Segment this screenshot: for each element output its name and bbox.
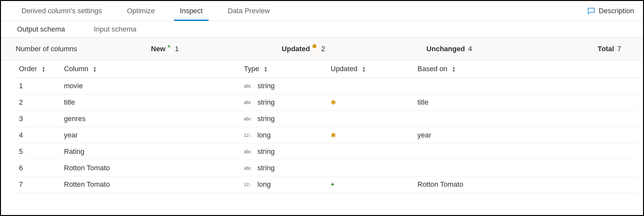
description-label: Description — [599, 7, 634, 15]
star-icon: ✱ — [312, 43, 317, 50]
col-header-column-label: Column — [64, 65, 88, 73]
tab-derived-settings[interactable]: Derived column's settings — [14, 1, 110, 21]
table-header-row: Order ▲▼ Column ▲▼ Type ▲▼ Updated ▲▼ — [16, 60, 639, 78]
table-row[interactable]: 6Rotton Tomatoabcstring — [16, 160, 639, 176]
table-row[interactable]: 4year12↓long✱year — [16, 127, 639, 144]
string-type-icon: abc — [244, 149, 253, 154]
col-header-updated[interactable]: Updated ▲▼ — [327, 60, 414, 78]
col-header-column[interactable]: Column ▲▼ — [61, 60, 241, 78]
col-header-basedon[interactable]: Based on ▲▼ — [414, 60, 639, 78]
cell-column: movie — [61, 78, 241, 94]
cell-order: 2 — [16, 94, 61, 111]
sort-icon: ▲▼ — [93, 66, 97, 72]
plus-icon: + — [167, 43, 170, 49]
cell-column: Rating — [61, 144, 241, 160]
string-type-icon: abc — [244, 83, 253, 89]
new-plus-icon: + — [331, 181, 335, 188]
summary-new-value: 1 — [175, 45, 179, 53]
col-header-order[interactable]: Order ▲▼ — [16, 60, 61, 78]
cell-basedon: year — [414, 127, 639, 144]
cell-updated — [327, 78, 414, 94]
cell-order: 1 — [16, 78, 61, 94]
cell-type-value: string — [257, 115, 275, 123]
inspect-panel: Derived column's settings Optimize Inspe… — [0, 0, 644, 216]
cell-type-value: string — [257, 164, 275, 172]
string-type-icon: abc — [244, 165, 253, 171]
table-row[interactable]: 5Ratingabcstring — [16, 144, 639, 160]
cell-type: abcstring — [241, 160, 327, 176]
cell-type: 12↓long — [241, 176, 327, 193]
table-row[interactable]: 2titleabcstring✱title — [16, 94, 639, 111]
cell-type: abcstring — [241, 111, 327, 127]
col-header-basedon-label: Based on — [417, 65, 447, 73]
cell-order: 6 — [16, 160, 61, 176]
cell-basedon — [414, 160, 639, 176]
subtab-output-schema[interactable]: Output schema — [14, 25, 68, 33]
schema-table: Order ▲▼ Column ▲▼ Type ▲▼ Updated ▲▼ — [16, 60, 639, 193]
cell-order: 5 — [16, 144, 61, 160]
summary-unchanged-value: 4 — [468, 45, 472, 53]
col-header-type-label: Type — [244, 65, 259, 73]
cell-type-value: long — [257, 180, 271, 189]
cell-column: genres — [61, 111, 241, 127]
summary-total-label: Total — [598, 45, 614, 53]
cell-updated — [327, 160, 414, 176]
cell-type-value: long — [257, 131, 271, 139]
summary-total-value: 7 — [617, 45, 621, 53]
top-tabbar: Derived column's settings Optimize Inspe… — [1, 1, 643, 21]
description-button[interactable]: Description — [587, 7, 637, 15]
summary-unchanged-label: Unchanged — [426, 45, 465, 53]
cell-type: abcstring — [241, 94, 327, 111]
cell-column: title — [61, 94, 241, 111]
cell-updated: ✱ — [327, 127, 414, 144]
cell-basedon: Rotton Tomato — [414, 176, 639, 193]
tab-data-preview[interactable]: Data Preview — [220, 1, 278, 21]
sort-icon: ▲▼ — [264, 66, 268, 72]
cell-type: abcstring — [241, 78, 327, 94]
updated-star-icon: ✱ — [331, 132, 336, 139]
cell-updated: + — [327, 176, 414, 193]
numeric-type-icon: 12↓ — [244, 182, 253, 187]
tab-optimize[interactable]: Optimize — [119, 1, 163, 21]
updated-star-icon: ✱ — [331, 99, 336, 106]
table-row[interactable]: 7Rotten Tomato12↓long+Rotton Tomato — [16, 176, 639, 193]
summary-numcols-label: Number of columns — [16, 45, 77, 53]
summary-bar: Number of columns New + 1 Updated ✱ 2 Un… — [1, 38, 643, 60]
cell-column: Rotten Tomato — [61, 176, 241, 193]
table-row[interactable]: 3genresabcstring — [16, 111, 639, 127]
cell-type-value: string — [257, 98, 275, 107]
cell-type: abcstring — [241, 144, 327, 160]
cell-type-value: string — [257, 82, 275, 90]
cell-order: 4 — [16, 127, 61, 144]
cell-column: year — [61, 127, 241, 144]
sort-icon: ▲▼ — [362, 66, 366, 72]
cell-column: Rotton Tomato — [61, 160, 241, 176]
summary-new-label: New — [151, 45, 165, 53]
schema-table-wrapper[interactable]: Order ▲▼ Column ▲▼ Type ▲▼ Updated ▲▼ — [1, 60, 643, 215]
col-header-updated-label: Updated — [331, 65, 357, 73]
col-header-type[interactable]: Type ▲▼ — [241, 60, 327, 78]
string-type-icon: abc — [244, 116, 253, 121]
comment-icon — [587, 7, 595, 15]
cell-basedon — [414, 78, 639, 94]
numeric-type-icon: 12↓ — [244, 133, 253, 138]
table-row[interactable]: 1movieabcstring — [16, 78, 639, 94]
schema-subtabs: Output schema Input schema — [1, 21, 643, 38]
cell-type: 12↓long — [241, 127, 327, 144]
cell-basedon — [414, 144, 639, 160]
cell-basedon: title — [414, 94, 639, 111]
cell-basedon — [414, 111, 639, 127]
col-header-order-label: Order — [19, 65, 37, 73]
cell-order: 3 — [16, 111, 61, 127]
string-type-icon: abc — [244, 100, 253, 105]
cell-updated — [327, 111, 414, 127]
cell-type-value: string — [257, 147, 275, 156]
cell-order: 7 — [16, 176, 61, 193]
tab-inspect[interactable]: Inspect — [172, 1, 210, 21]
summary-updated-label: Updated — [282, 45, 310, 53]
summary-updated-value: 2 — [321, 45, 325, 53]
cell-updated — [327, 144, 414, 160]
cell-updated: ✱ — [327, 94, 414, 111]
sort-icon: ▲▼ — [41, 66, 45, 72]
subtab-input-schema[interactable]: Input schema — [91, 25, 139, 33]
